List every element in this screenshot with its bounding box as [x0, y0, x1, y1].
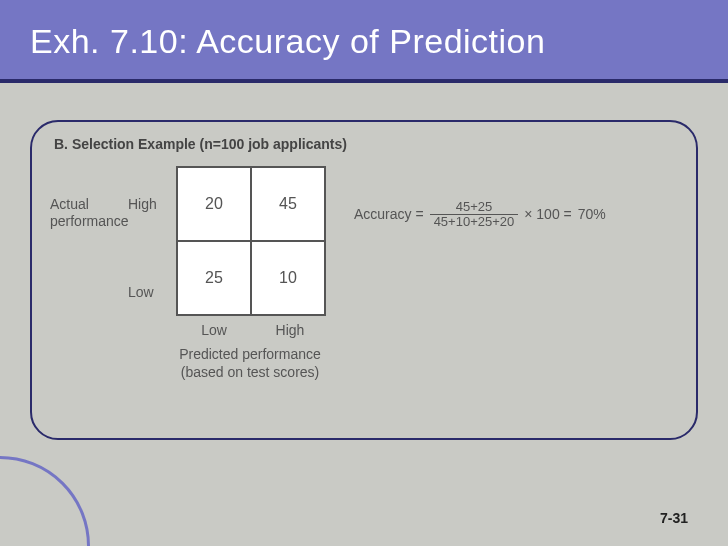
cell-actual-high-pred-low: 20 — [177, 167, 251, 241]
title-bar: Exh. 7.10: Accuracy of Prediction — [0, 0, 728, 83]
y-axis-line1: Actual — [50, 196, 89, 212]
section-label: B. Selection Example (n=100 job applican… — [54, 136, 678, 152]
formula-result: 70% — [578, 206, 606, 222]
confusion-matrix: 20 45 25 10 — [176, 166, 326, 316]
x-axis-line2: (based on test scores) — [181, 364, 320, 380]
y-axis-high: High — [128, 196, 157, 212]
x-axis-high: High — [252, 322, 328, 338]
formula-fraction: 45+25 45+10+25+20 — [430, 200, 519, 228]
x-axis-low: Low — [176, 322, 252, 338]
x-axis-group-label: Predicted performance (based on test sco… — [150, 346, 350, 381]
x-axis-line1: Predicted performance — [179, 346, 321, 362]
cell-actual-low-pred-high: 10 — [251, 241, 325, 315]
formula-numerator: 45+25 — [430, 200, 519, 215]
accuracy-formula: Accuracy = 45+25 45+10+25+20 × 100 = 70% — [354, 200, 606, 228]
y-axis-group-label: Actual performance — [50, 196, 129, 230]
diagram: Actual performance High Low 20 45 25 10 — [50, 166, 678, 316]
formula-prefix: Accuracy = — [354, 206, 424, 222]
content-frame: B. Selection Example (n=100 job applican… — [30, 120, 698, 440]
formula-denominator: 45+10+25+20 — [430, 215, 519, 229]
cell-actual-high-pred-high: 45 — [251, 167, 325, 241]
y-axis-low: Low — [128, 284, 154, 300]
page-number: 7-31 — [660, 510, 688, 526]
formula-mult: × 100 = — [524, 206, 572, 222]
x-axis-labels: Low High — [176, 322, 328, 338]
cell-actual-low-pred-low: 25 — [177, 241, 251, 315]
slide-title: Exh. 7.10: Accuracy of Prediction — [30, 22, 698, 61]
y-axis-line2: performance — [50, 213, 129, 229]
decorative-arc — [0, 456, 90, 546]
